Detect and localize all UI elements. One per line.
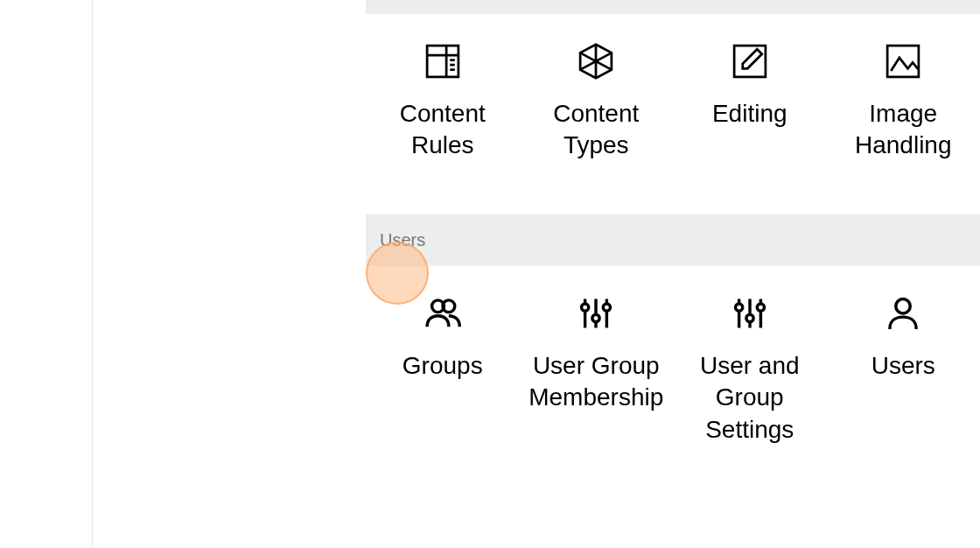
item-label: Users bbox=[863, 350, 944, 382]
content-section-items: Content Rules Content Types Editing bbox=[366, 14, 980, 214]
item-label: User Group Membership bbox=[520, 350, 674, 414]
user-icon bbox=[882, 292, 924, 334]
item-users[interactable]: Users bbox=[827, 292, 981, 446]
item-label: Content Rules bbox=[366, 98, 520, 162]
sliders-icon bbox=[729, 292, 771, 334]
svg-point-19 bbox=[604, 304, 611, 311]
svg-point-21 bbox=[735, 304, 742, 311]
item-content-types[interactable]: Content Types bbox=[520, 40, 674, 162]
item-label: Content Types bbox=[520, 98, 674, 162]
edit-icon bbox=[729, 40, 771, 82]
svg-point-15 bbox=[582, 304, 589, 311]
sidebar bbox=[0, 0, 93, 548]
section-title: Users bbox=[380, 230, 425, 249]
left-panel-gap bbox=[93, 0, 366, 548]
newspaper-icon bbox=[422, 40, 464, 82]
item-label: User and Group Settings bbox=[673, 350, 827, 446]
svg-point-23 bbox=[746, 314, 753, 321]
users-icon bbox=[422, 292, 464, 334]
item-editing[interactable]: Editing bbox=[673, 40, 827, 162]
cube-icon bbox=[575, 40, 617, 82]
svg-point-25 bbox=[757, 304, 764, 311]
item-content-rules[interactable]: Content Rules bbox=[366, 40, 520, 162]
item-label: Groups bbox=[394, 350, 492, 382]
svg-rect-10 bbox=[734, 46, 766, 77]
item-user-group-settings[interactable]: User and Group Settings bbox=[673, 292, 827, 446]
main-content: Content Rules Content Types Editing bbox=[366, 0, 980, 548]
section-header-content bbox=[366, 0, 980, 14]
svg-point-26 bbox=[896, 299, 911, 313]
sliders-icon bbox=[575, 292, 617, 334]
item-label: Editing bbox=[704, 98, 796, 130]
section-header-users: Users bbox=[366, 214, 980, 266]
image-icon bbox=[882, 40, 924, 82]
item-label: Image Handling bbox=[827, 98, 981, 162]
item-groups[interactable]: Groups bbox=[366, 292, 520, 446]
users-section-items: Groups User Group Membership bbox=[366, 266, 980, 498]
item-user-group-membership[interactable]: User Group Membership bbox=[520, 292, 674, 446]
item-image-handling[interactable]: Image Handling bbox=[827, 40, 981, 162]
svg-point-17 bbox=[592, 314, 599, 321]
